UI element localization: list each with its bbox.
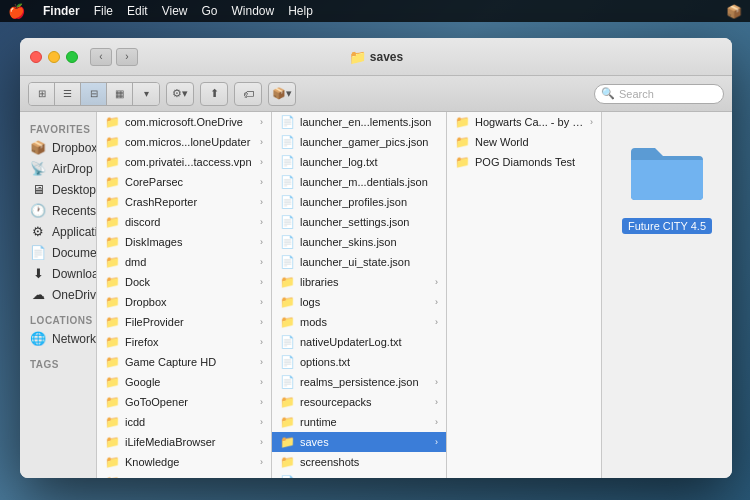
file-type-icon: 📁 (280, 435, 295, 449)
file-type-icon: 📄 (280, 335, 295, 349)
col2-item[interactable]: 📄launcher_skins.json (272, 232, 446, 252)
share-button[interactable]: ⬆ (200, 82, 228, 106)
col3-item[interactable]: 📁Hogwarts Ca... - by Gabbel› (447, 112, 601, 132)
col-item-label: launcher_profiles.json (300, 196, 438, 208)
col-item-label: options.txt (300, 356, 438, 368)
menu-file[interactable]: File (94, 4, 113, 18)
preview-folder[interactable]: Future CITY 4.5 (610, 140, 724, 234)
col1-item[interactable]: 📁LogMeInc› (97, 472, 271, 478)
col2-item[interactable]: 📄realms_persistence.json› (272, 372, 446, 392)
view-column-btn[interactable]: ⊟ (81, 83, 107, 105)
col2-item[interactable]: 📄launcher_ui_state.json (272, 252, 446, 272)
col2-item[interactable]: 📁runtime› (272, 412, 446, 432)
col1-item[interactable]: 📁Dropbox› (97, 292, 271, 312)
chevron-right-icon: › (260, 277, 263, 287)
dropbox-menubar-icon[interactable]: 📦 (726, 4, 742, 19)
applications-icon: ⚙ (30, 224, 46, 239)
tag-button[interactable]: 🏷 (234, 82, 262, 106)
chevron-right-icon: › (260, 117, 263, 127)
col1-item[interactable]: 📁DiskImages› (97, 232, 271, 252)
column-3: 📁Hogwarts Ca... - by Gabbel›📁New World📁P… (447, 112, 602, 478)
col2-item[interactable]: 📁resourcepacks› (272, 392, 446, 412)
minimize-button[interactable] (48, 51, 60, 63)
col-item-label: servers.dat (300, 476, 438, 478)
chevron-right-icon: › (260, 437, 263, 447)
dropbox-toolbar-button[interactable]: 📦▾ (268, 82, 296, 106)
col2-item[interactable]: 📄launcher_profiles.json (272, 192, 446, 212)
col2-item[interactable]: 📄launcher_m...dentials.json (272, 172, 446, 192)
sidebar-item-onedrive[interactable]: ☁ OneDrive (20, 284, 96, 305)
sidebar-item-desktop[interactable]: 🖥 Desktop (20, 179, 96, 200)
col1-item[interactable]: 📁com.micros...loneUpdater› (97, 132, 271, 152)
sidebar-item-airdrop[interactable]: 📡 AirDrop (20, 158, 96, 179)
col1-item[interactable]: 📁Knowledge› (97, 452, 271, 472)
content-area: Favorites 📦 Dropbox 📡 AirDrop 🖥 Desktop … (20, 112, 732, 478)
forward-button[interactable]: › (116, 48, 138, 66)
col2-item[interactable]: 📁logs› (272, 292, 446, 312)
sidebar-item-documents[interactable]: 📄 Documents (20, 242, 96, 263)
col1-item[interactable]: 📁com.microsoft.OneDrive› (97, 112, 271, 132)
sidebar-item-applications[interactable]: ⚙ Applications (20, 221, 96, 242)
maximize-button[interactable] (66, 51, 78, 63)
apple-menu[interactable]: 🍎 (8, 3, 25, 19)
col1-item[interactable]: 📁iLifeMediaBrowser› (97, 432, 271, 452)
downloads-icon: ⬇ (30, 266, 46, 281)
col2-item[interactable]: 📁saves› (272, 432, 446, 452)
view-list-btn[interactable]: ☰ (55, 83, 81, 105)
sidebar-item-recents[interactable]: 🕐 Recents (20, 200, 96, 221)
col1-item[interactable]: 📁Firefox› (97, 332, 271, 352)
menu-help[interactable]: Help (288, 4, 313, 18)
file-type-icon: 📁 (280, 275, 295, 289)
col2-item[interactable]: 📄launcher_settings.json (272, 212, 446, 232)
view-gallery-btn[interactable]: ▦ (107, 83, 133, 105)
sidebar-item-network[interactable]: 🌐 Network (20, 328, 96, 349)
back-button[interactable]: ‹ (90, 48, 112, 66)
col1-item[interactable]: 📁discord› (97, 212, 271, 232)
col1-item[interactable]: 📁Google› (97, 372, 271, 392)
col1-item[interactable]: 📁dmd› (97, 252, 271, 272)
col1-item[interactable]: 📁Dock› (97, 272, 271, 292)
col1-item[interactable]: 📁FileProvider› (97, 312, 271, 332)
sidebar-item-downloads[interactable]: ⬇ Downloads (20, 263, 96, 284)
menu-edit[interactable]: Edit (127, 4, 148, 18)
action-button[interactable]: ⚙▾ (166, 82, 194, 106)
col-item-label: Knowledge (125, 456, 255, 468)
col-item-label: CoreParsec (125, 176, 255, 188)
chevron-right-icon: › (260, 257, 263, 267)
titlebar: ‹ › 📁 saves (20, 38, 732, 76)
folder-icon: 📁 (105, 355, 120, 369)
col-item-label: Game Capture HD (125, 356, 255, 368)
col1-item[interactable]: 📁CrashReporter› (97, 192, 271, 212)
col2-item[interactable]: 📄launcher_log.txt (272, 152, 446, 172)
col3-item[interactable]: 📁New World (447, 132, 601, 152)
col1-item[interactable]: 📁Game Capture HD› (97, 352, 271, 372)
col-item-label: launcher_settings.json (300, 216, 438, 228)
col-item-label: Dropbox (125, 296, 255, 308)
sidebar-item-dropbox[interactable]: 📦 Dropbox (20, 137, 96, 158)
close-button[interactable] (30, 51, 42, 63)
search-box[interactable]: 🔍 Search (594, 84, 724, 104)
col2-item[interactable]: 📄nativeUpdaterLog.txt (272, 332, 446, 352)
menu-view[interactable]: View (162, 4, 188, 18)
col2-item[interactable]: 📁libraries› (272, 272, 446, 292)
view-icon-btn[interactable]: ⊞ (29, 83, 55, 105)
col1-item[interactable]: 📁com.privatei...taccess.vpn› (97, 152, 271, 172)
col1-item[interactable]: 📁icdd› (97, 412, 271, 432)
desktop-icon: 🖥 (30, 182, 46, 197)
col2-item[interactable]: 📁mods› (272, 312, 446, 332)
col3-item[interactable]: 📁POG Diamonds Test (447, 152, 601, 172)
col2-item[interactable]: 📄servers.dat (272, 472, 446, 478)
col2-item[interactable]: 📄launcher_en...lements.json (272, 112, 446, 132)
col1-item[interactable]: 📁GoToOpener› (97, 392, 271, 412)
menu-finder[interactable]: Finder (43, 4, 80, 18)
col2-item[interactable]: 📁screenshots (272, 452, 446, 472)
menu-window[interactable]: Window (232, 4, 275, 18)
col2-item[interactable]: 📄launcher_gamer_pics.json (272, 132, 446, 152)
large-folder-icon (627, 140, 707, 214)
col1-item[interactable]: 📁CoreParsec› (97, 172, 271, 192)
chevron-right-icon: › (590, 117, 593, 127)
chevron-right-icon: › (260, 377, 263, 387)
col2-item[interactable]: 📄options.txt (272, 352, 446, 372)
view-dropdown-btn[interactable]: ▾ (133, 83, 159, 105)
menu-go[interactable]: Go (202, 4, 218, 18)
